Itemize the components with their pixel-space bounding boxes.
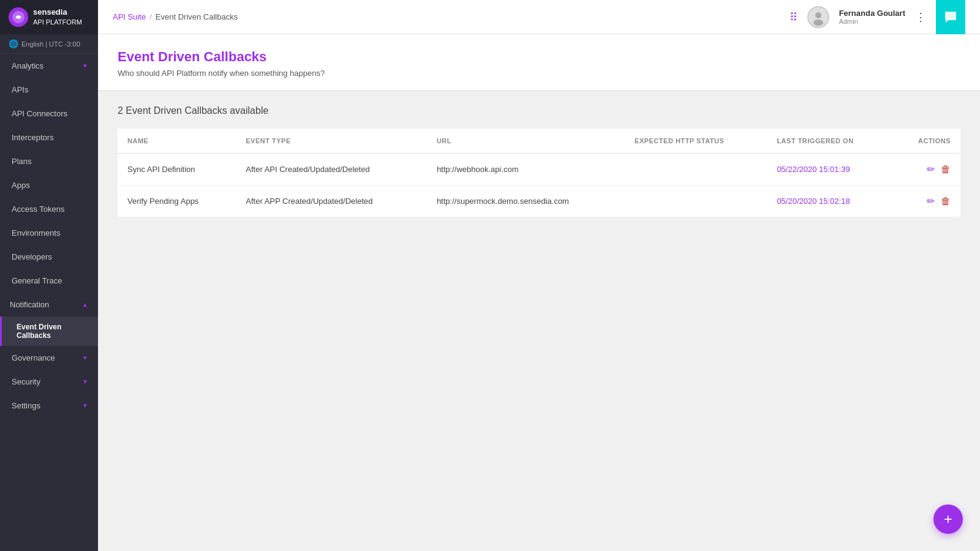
sidebar-item-plans[interactable]: Plans <box>0 149 98 173</box>
cell-http-status <box>625 186 767 217</box>
sidebar-item-apis[interactable]: APIs <box>0 78 98 102</box>
edit-icon[interactable]: ✏ <box>927 195 935 207</box>
sidebar-item-settings[interactable]: Settings ▼ <box>0 394 98 418</box>
sidebar-item-governance[interactable]: Governance ▼ <box>0 346 98 370</box>
sidebar-item-developers[interactable]: Developers <box>0 245 98 269</box>
cell-actions: ✏ 🗑 <box>892 186 960 217</box>
svg-marker-5 <box>945 20 949 23</box>
delete-icon[interactable]: 🗑 <box>941 164 951 175</box>
cell-name: Verify Pending Apps <box>118 186 236 217</box>
logo-icon <box>9 7 28 27</box>
cell-http-status <box>625 154 767 186</box>
main-area: API Suite / Event Driven Callbacks ⠿ Fer… <box>98 0 980 551</box>
sidebar-item-api-connectors[interactable]: API Connectors <box>0 102 98 126</box>
chevron-up-icon: ▲ <box>82 301 88 308</box>
chat-button[interactable] <box>936 0 965 34</box>
col-last-triggered: LAST TRIGGERED ON <box>767 129 892 154</box>
content-area: Event Driven Callbacks Who should API Pl… <box>98 34 980 551</box>
user-role: Admin <box>839 18 905 25</box>
cell-last-triggered: 05/22/2020 15:01:39 <box>767 154 892 186</box>
page-header: Event Driven Callbacks Who should API Pl… <box>98 34 980 91</box>
sidebar-item-interceptors[interactable]: Interceptors <box>0 126 98 149</box>
chevron-down-icon: ▼ <box>82 62 88 69</box>
sidebar-item-event-driven-callbacks[interactable]: Event Driven Callbacks <box>0 317 98 346</box>
page-subtitle: Who should API Platform notify when some… <box>118 69 960 78</box>
breadcrumb-parent[interactable]: API Suite <box>113 12 146 21</box>
logo-text: sensedia API PLATFORM <box>33 7 82 26</box>
table-body: Sync API Definition After API Created/Up… <box>118 154 960 217</box>
user-info: Fernanda Goulart Admin <box>839 9 905 25</box>
content-body: 2 Event Driven Callbacks available NAME … <box>98 91 980 231</box>
col-name: NAME <box>118 129 236 154</box>
table-header-row: NAME EVENT TYPE URL EXPECTED HTTP STATUS… <box>118 129 960 154</box>
sidebar-item-notification[interactable]: Notification ▲ <box>0 293 98 317</box>
breadcrumb: API Suite / Event Driven Callbacks <box>113 12 238 21</box>
top-header: API Suite / Event Driven Callbacks ⠿ Fer… <box>98 0 980 34</box>
locale-selector[interactable]: 🌐 English | UTC -3:00 <box>0 34 98 54</box>
callbacks-table: NAME EVENT TYPE URL EXPECTED HTTP STATUS… <box>118 129 960 217</box>
sidebar-item-environments[interactable]: Environments <box>0 221 98 245</box>
cell-event-type: After API Created/Updated/Deleted <box>236 154 427 186</box>
svg-point-3 <box>813 20 823 26</box>
logo-area: sensedia API PLATFORM <box>0 0 98 34</box>
delete-icon[interactable]: 🗑 <box>941 196 951 207</box>
globe-icon: 🌐 <box>9 39 18 48</box>
col-actions: ACTIONS <box>892 129 960 154</box>
more-options-icon[interactable]: ⋮ <box>915 10 926 24</box>
chevron-down-icon: ▼ <box>82 378 88 385</box>
chevron-down-icon: ▼ <box>82 354 88 361</box>
col-http-status: EXPECTED HTTP STATUS <box>625 129 767 154</box>
avatar <box>807 6 829 28</box>
cell-name: Sync API Definition <box>118 154 236 186</box>
breadcrumb-current: Event Driven Callbacks <box>156 12 238 21</box>
svg-rect-4 <box>945 12 956 20</box>
table-row: Verify Pending Apps After APP Created/Up… <box>118 186 960 217</box>
chevron-down-icon: ▼ <box>82 402 88 409</box>
sidebar-item-analytics[interactable]: Analytics ▼ <box>0 54 98 78</box>
section-count: 2 Event Driven Callbacks available <box>118 105 960 116</box>
sidebar-item-general-trace[interactable]: General Trace <box>0 269 98 293</box>
callbacks-table-container: NAME EVENT TYPE URL EXPECTED HTTP STATUS… <box>118 129 960 217</box>
page-title: Event Driven Callbacks <box>118 49 960 65</box>
user-name: Fernanda Goulart <box>839 9 905 18</box>
table-row: Sync API Definition After API Created/Up… <box>118 154 960 186</box>
svg-point-2 <box>815 12 821 18</box>
header-right: ⠿ Fernanda Goulart Admin ⋮ <box>790 0 965 34</box>
cell-actions: ✏ 🗑 <box>892 154 960 186</box>
sidebar-item-access-tokens[interactable]: Access Tokens <box>0 197 98 221</box>
edit-icon[interactable]: ✏ <box>927 163 935 175</box>
cell-url: http://webhook.api.com <box>427 154 625 186</box>
sidebar-item-security[interactable]: Security ▼ <box>0 370 98 394</box>
col-url: URL <box>427 129 625 154</box>
breadcrumb-separator: / <box>149 12 152 21</box>
col-event-type: EVENT TYPE <box>236 129 427 154</box>
add-button[interactable]: + <box>933 504 963 534</box>
sidebar-item-apps[interactable]: Apps <box>0 173 98 197</box>
cell-url: http://supermock.demo.sensedia.com <box>427 186 625 217</box>
sidebar: sensedia API PLATFORM 🌐 English | UTC -3… <box>0 0 98 551</box>
cell-last-triggered: 05/20/2020 15:02:18 <box>767 186 892 217</box>
grid-icon[interactable]: ⠿ <box>790 10 797 24</box>
cell-event-type: After APP Created/Updated/Deleted <box>236 186 427 217</box>
